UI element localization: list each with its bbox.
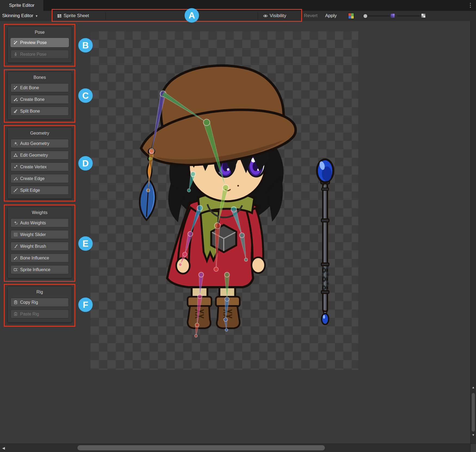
preview-pose-button[interactable]: Preview Pose xyxy=(11,38,69,47)
sprite-sheet-button[interactable]: Sprite Sheet xyxy=(57,11,89,21)
bone-influence-button[interactable]: Bone Influence xyxy=(11,253,69,262)
vertical-scrollbar-thumb[interactable] xyxy=(472,393,475,432)
mesh-opacity-icon xyxy=(391,14,395,19)
apply-button[interactable]: Apply xyxy=(325,11,337,21)
weight-brush-icon xyxy=(13,244,18,249)
eye-icon xyxy=(263,14,268,18)
sprite-sheet-icon xyxy=(57,14,62,18)
sprite-texture-background xyxy=(91,31,358,370)
create-vertex-icon xyxy=(13,165,18,169)
auto-weights-button[interactable]: Auto Weights xyxy=(11,218,69,227)
auto-geometry-button[interactable]: Auto Geometry xyxy=(11,139,69,148)
geometry-panel: Geometry Auto Geometry Edit Geometry Cre… xyxy=(7,127,72,199)
weight-slider-button[interactable]: Weight Slider xyxy=(11,230,69,239)
create-bone-button[interactable]: Create Bone xyxy=(11,95,69,104)
scroll-up-icon[interactable]: ▲ xyxy=(471,386,476,389)
title-bar: Sprite Editor ⋮ xyxy=(0,0,476,11)
geometry-panel-title: Geometry xyxy=(11,131,69,136)
auto-weights-icon xyxy=(13,221,18,225)
revert-button[interactable]: Revert xyxy=(304,11,318,21)
weight-slider-icon xyxy=(13,232,18,237)
sprite-influence-button[interactable]: Sprite Influence xyxy=(11,265,69,274)
edit-geometry-icon xyxy=(13,153,18,157)
chevron-down-icon: ▾ xyxy=(36,14,38,18)
paste-rig-button[interactable]: Paste Rig xyxy=(11,309,69,318)
rig-panel-title: Rig xyxy=(11,290,69,295)
skinning-editor-label: Skinning Editor xyxy=(2,13,33,18)
weights-panel-title: Weights xyxy=(11,210,69,215)
create-vertex-button[interactable]: Create Vertex xyxy=(11,162,69,171)
sprite-influence-icon xyxy=(13,267,18,272)
sprite-sheet-label: Sprite Sheet xyxy=(64,13,89,18)
overflow-menu-icon[interactable]: ⋮ xyxy=(468,2,473,9)
scrollbar-corner xyxy=(470,444,476,452)
preview-pose-icon xyxy=(13,40,18,45)
toolbar-separator xyxy=(105,12,106,20)
edit-bone-button[interactable]: Edit Bone xyxy=(11,83,69,92)
bones-panel: Bones Edit Bone Create Bone Split Bone xyxy=(7,72,72,120)
pose-panel: Pose Preview Pose Restore Pose xyxy=(7,26,72,63)
restore-pose-button[interactable]: Restore Pose xyxy=(11,50,69,59)
paste-rig-icon xyxy=(13,312,18,316)
weights-panel: Weights Auto Weights Weight Slider Weigh… xyxy=(7,207,72,278)
scroll-down-icon[interactable]: ▼ xyxy=(471,433,476,436)
scroll-left-icon[interactable]: ◀ xyxy=(2,446,5,450)
create-edge-icon xyxy=(13,176,18,181)
split-bone-button[interactable]: Split Bone xyxy=(11,107,69,116)
bones-panel-title: Bones xyxy=(11,75,69,80)
create-edge-button[interactable]: Create Edge xyxy=(11,174,69,183)
split-edge-button[interactable]: Split Edge xyxy=(11,186,69,195)
create-bone-icon xyxy=(13,97,18,102)
edit-bone-icon xyxy=(13,85,18,90)
mesh-opacity-slider[interactable] xyxy=(397,16,420,17)
vertical-scrollbar[interactable]: ▲ ▼ xyxy=(470,21,476,444)
color-mode-icon[interactable] xyxy=(348,11,354,21)
toolbar: Skinning Editor ▾ Sprite Sheet Visibilit… xyxy=(0,11,476,21)
restore-pose-icon xyxy=(13,52,18,57)
copy-rig-button[interactable]: Copy Rig xyxy=(11,298,69,307)
edit-geometry-button[interactable]: Edit Geometry xyxy=(11,151,69,160)
weight-brush-button[interactable]: Weight Brush xyxy=(11,242,69,251)
copy-rig-icon xyxy=(13,300,18,305)
horizontal-scrollbar[interactable]: ◀ xyxy=(0,444,471,452)
bone-opacity-slider-thumb[interactable] xyxy=(363,14,368,18)
visibility-button[interactable]: Visibility xyxy=(263,11,286,21)
rig-panel: Rig Copy Rig Paste Rig xyxy=(7,286,72,323)
alpha-checker-icon xyxy=(421,14,425,19)
split-edge-icon xyxy=(13,188,18,193)
tab-sprite-editor[interactable]: Sprite Editor xyxy=(0,0,44,11)
split-bone-icon xyxy=(13,109,18,113)
toolbar-separator xyxy=(258,12,258,20)
visibility-label: Visibility xyxy=(270,13,286,18)
bone-influence-icon xyxy=(13,256,18,260)
auto-geometry-icon xyxy=(13,141,18,146)
pose-panel-title: Pose xyxy=(11,30,69,35)
skinning-editor-dropdown[interactable]: Skinning Editor ▾ xyxy=(2,11,38,21)
horizontal-scrollbar-thumb[interactable] xyxy=(77,445,325,450)
